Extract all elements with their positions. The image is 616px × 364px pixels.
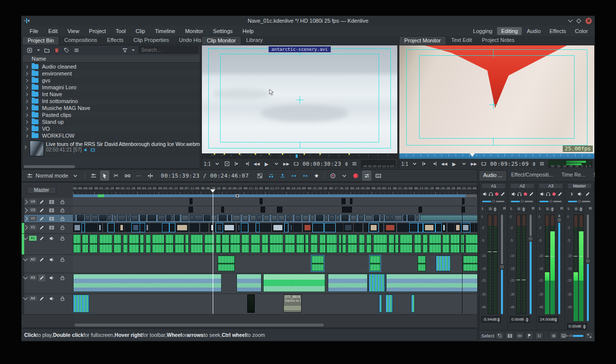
timeline-clip[interactable] [251,234,261,253]
extract-zone-button[interactable] [289,171,298,181]
timeline-playhead[interactable] [213,193,213,314]
pan-slider[interactable] [568,201,590,202]
tab-clip-properties[interactable]: Clip Properties [128,36,174,45]
timeline-clip[interactable] [108,223,114,232]
timeline-clip[interactable] [347,234,357,253]
tag-icon[interactable] [63,47,70,53]
clip-monitor-play-dropdown-icon[interactable] [273,160,280,168]
mix-clips-button[interactable] [255,171,264,181]
subtitle-tool-button[interactable] [374,171,383,181]
timeline-clip[interactable] [223,223,235,232]
clip-monitor-play-button[interactable]: ▶ [263,160,270,168]
mixer-channel-name[interactable]: Master [567,183,592,189]
menu-file[interactable]: File [25,27,43,35]
spacer-tool-button[interactable] [146,171,154,181]
add-clip-icon[interactable] [26,47,33,53]
timeline-clip[interactable] [264,215,270,221]
chevron-right-icon[interactable] [25,99,28,103]
track-effects-icon[interactable] [38,235,45,242]
pan-knob[interactable] [520,199,525,204]
timeline-clip[interactable] [260,198,263,204]
timeline-clip[interactable] [237,223,241,232]
timeline-clip[interactable] [118,215,126,221]
fader-knob[interactable] [585,258,591,264]
timeline-clip[interactable] [390,215,393,221]
close-button[interactable]: ✕ [585,18,592,24]
timeline-clip[interactable] [190,215,194,221]
timeline-clip[interactable] [278,215,285,221]
timeline-playhead-handle[interactable] [210,189,215,193]
timeline-clip[interactable] [140,215,146,221]
chevron-right-icon[interactable] [25,92,28,96]
timeline-clip[interactable] [219,215,227,221]
mixer-channel-name[interactable]: A3 [539,183,563,189]
chevron-right-icon[interactable] [25,78,28,82]
track-name-badge[interactable]: V2 [29,216,37,221]
timeline-clip[interactable] [221,207,224,213]
timeline-clip[interactable] [175,234,184,253]
menu-project[interactable]: Project [84,27,110,35]
track-header-a4[interactable]: A4 [22,294,73,315]
timeline-clip[interactable] [465,234,478,253]
track-lock-icon[interactable] [59,275,66,281]
timeline-clip[interactable] [152,234,165,253]
timeline-clip[interactable] [419,207,422,213]
clip-monitor-set-out-icon[interactable] [243,160,250,168]
timeline-clip[interactable] [336,223,343,232]
timeline-clip[interactable] [326,234,337,253]
timeline-clip[interactable] [170,223,175,232]
project-monitor-play-dropdown-icon[interactable] [461,160,467,168]
timeline-clip[interactable] [158,215,166,221]
fader-knob[interactable] [528,236,534,242]
timeline-clip[interactable] [385,294,393,313]
solo-icon[interactable] [516,191,522,197]
timeline-clip[interactable] [470,223,474,232]
track-lane-v1[interactable] [73,223,478,234]
bin-folder-row[interactable]: Int Nave [23,91,200,98]
pan-slider[interactable] [539,201,562,202]
record-button[interactable] [351,171,360,181]
timeline-clip[interactable] [176,223,188,232]
bin-folder-row[interactable]: Stand up [23,118,200,125]
chevron-right-icon[interactable] [25,85,28,89]
timeline-clip[interactable] [263,274,325,292]
timeline-clip[interactable] [189,207,193,213]
timeline-clip[interactable] [442,223,446,232]
timeline-clip[interactable] [191,234,203,253]
timeline-clip[interactable] [369,274,385,292]
timeline-clip[interactable] [385,223,396,232]
menu-view[interactable]: View [63,27,84,35]
pan-value[interactable]: 0 [516,206,527,212]
clip-monitor-seekbar[interactable] [202,153,397,159]
track-header-a2[interactable]: A2 [22,255,73,273]
timeline-clip[interactable] [166,215,171,221]
fader-knob[interactable] [556,217,562,223]
timeline-clip[interactable] [329,215,335,221]
chevron-right-icon[interactable] [23,146,27,149]
timeline-clip[interactable] [271,215,277,221]
timeline-clip[interactable] [448,223,454,232]
project-monitor-zoom-dropdown-icon[interactable] [411,160,418,168]
chevron-right-icon[interactable] [25,106,28,109]
timeline-clip[interactable] [411,294,415,313]
track-video-icon[interactable] [48,224,55,231]
timeline-clip[interactable] [73,274,222,292]
project-monitor-seekbar[interactable] [399,153,594,159]
audio-recorder-button[interactable] [328,171,337,181]
timeline-clip[interactable] [260,223,271,232]
mute-icon[interactable] [510,191,516,197]
timeline-clip[interactable] [342,207,352,213]
timeline-clip[interactable] [194,215,203,221]
timeline-clip[interactable] [190,198,192,204]
timeline-clip[interactable] [272,223,283,232]
timeline-clip[interactable] [328,274,368,292]
chevron-right-icon[interactable] [25,65,28,68]
track-effects-icon[interactable] [38,224,45,231]
track-name-badge[interactable]: V4 [29,199,37,204]
workspace-editing[interactable]: Editing [497,27,522,35]
timeline-clip[interactable] [359,234,365,253]
clip-monitor-zoom-dropdown-icon[interactable] [214,160,221,168]
track-name-badge[interactable]: A4 [29,296,37,301]
timeline-clip[interactable] [148,215,156,221]
effects-icon[interactable] [584,191,591,197]
